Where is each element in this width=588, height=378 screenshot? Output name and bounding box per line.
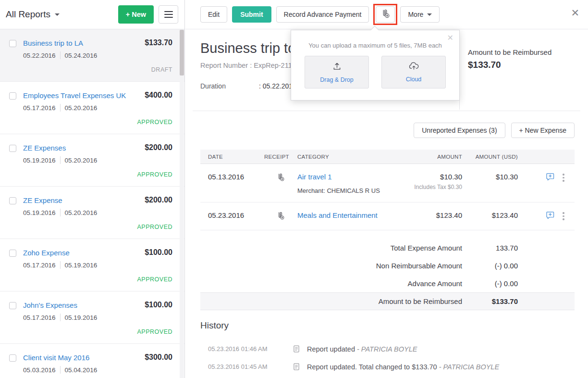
report-list-item[interactable]: ZE Expense $200.00 05.19.201605.20.2016 …: [0, 187, 184, 239]
report-name-link[interactable]: ZE Expenses: [23, 144, 66, 152]
reports-sidebar: All Reports + New Business trip to LA $1…: [0, 0, 185, 378]
total-row: Advance Amount (-) 0.00: [200, 275, 575, 292]
report-list-item[interactable]: ZE Expenses $200.00 05.19.201605.20.2016…: [0, 134, 184, 187]
more-button[interactable]: More: [400, 6, 440, 23]
upload-icon: [332, 62, 342, 73]
paperclip-add-icon: [380, 9, 390, 20]
report-list-item[interactable]: Zoho Expense $100.00 05.17.201605.19.201…: [0, 239, 184, 291]
report-amount: $400.00: [145, 91, 172, 100]
history-heading: History: [200, 320, 575, 331]
record-advance-payment-button[interactable]: Record Advance Payment: [276, 6, 369, 23]
report-dates: 05.17.201605.20.2016: [23, 104, 97, 112]
status-badge: APPROVED: [137, 276, 172, 283]
expense-category-link[interactable]: Meals and Entertainment: [297, 211, 389, 219]
expense-amount: $10.30: [389, 173, 462, 181]
report-checkbox[interactable]: [9, 92, 16, 100]
popup-close-icon[interactable]: ✕: [447, 33, 453, 42]
expense-amount: $123.40: [389, 211, 462, 219]
chevron-down-icon: [55, 13, 60, 16]
report-detail-panel: Edit Submit Record Advance Payment More: [185, 0, 588, 378]
close-detail-icon[interactable]: ✕: [571, 8, 579, 18]
row-options-icon[interactable]: [563, 173, 564, 182]
report-toolbar: Edit Submit Record Advance Payment More: [185, 0, 588, 29]
status-badge: APPROVED: [137, 224, 172, 230]
report-checkbox[interactable]: [9, 354, 16, 362]
report-checkbox[interactable]: [9, 145, 16, 152]
sidebar-scrollbar-thumb[interactable]: [180, 30, 184, 76]
receipt-attachment-icon[interactable]: [276, 211, 285, 220]
new-expense-button[interactable]: + New Expense: [511, 123, 575, 138]
document-icon: [294, 363, 307, 370]
status-badge: APPROVED: [137, 328, 172, 335]
total-row-reimburse: Amount to be Reimbursed $133.70: [200, 292, 575, 310]
history-entry: 05.23.2016 01:46 AM Report updated - PAT…: [200, 340, 575, 358]
reimburse-summary: Amount to be Reimbursed $133.70: [468, 48, 551, 70]
add-comment-icon[interactable]: [546, 211, 555, 220]
edit-button[interactable]: Edit: [200, 6, 227, 23]
report-name-link[interactable]: Client visit May 2016: [23, 353, 89, 362]
add-comment-icon[interactable]: [546, 173, 555, 182]
report-dates: 05.17.201605.19.2016: [23, 314, 97, 321]
history-entry: [200, 376, 575, 378]
receipt-attachment-icon[interactable]: [276, 173, 285, 182]
chevron-down-icon: [427, 13, 432, 16]
report-checkbox[interactable]: [9, 302, 16, 309]
reports-filter-label: All Reports: [6, 9, 50, 20]
row-options-icon[interactable]: [563, 211, 564, 220]
report-list-item[interactable]: Employees Travel Expenses UK $400.00 05.…: [0, 82, 184, 134]
report-amount: $100.00: [145, 301, 172, 309]
expense-actions: Unreported Expenses (3) + New Expense: [414, 123, 575, 138]
history-section: History 05.23.2016 01:46 AM Report updat…: [200, 320, 575, 378]
report-dates: 05.03.201605.04.2016: [23, 366, 97, 374]
drag-drop-upload-target[interactable]: Drag & Drop: [305, 56, 369, 88]
new-report-button[interactable]: + New: [118, 5, 154, 24]
report-amount: $200.00: [145, 196, 172, 204]
report-list-item[interactable]: Client visit May 2016 $300.00 05.03.2016…: [0, 344, 184, 378]
document-icon: [294, 345, 307, 353]
report-name-link[interactable]: ZE Expense: [23, 196, 62, 204]
attach-receipt-button[interactable]: [376, 6, 395, 23]
cloud-upload-icon: [408, 62, 419, 72]
expense-table: DATE RECEIPT CATEGORY AMOUNT AMOUNT (USD…: [200, 150, 575, 230]
expense-row[interactable]: 05.13.2016 Air travel 1 Merchant: CHEMIC…: [200, 164, 575, 202]
report-name-link[interactable]: Business trip to LA: [23, 39, 83, 47]
report-dates: 05.17.201605.19.2016: [23, 261, 97, 269]
report-dates: 05.22.201605.24.2016: [23, 51, 97, 59]
report-dates: 05.19.201605.20.2016: [23, 209, 97, 216]
sidebar-scrollbar: [180, 30, 184, 378]
report-name-link[interactable]: Employees Travel Expenses UK: [23, 91, 126, 100]
report-list-item[interactable]: John's Expenses $100.00 05.17.201605.19.…: [0, 291, 184, 344]
reimburse-amount: $133.70: [468, 60, 551, 70]
report-checkbox[interactable]: [9, 40, 16, 47]
report-name-link[interactable]: Zoho Expense: [23, 249, 70, 257]
app-root: All Reports + New Business trip to LA $1…: [0, 0, 588, 378]
report-checkbox[interactable]: [9, 197, 16, 204]
report-checkbox[interactable]: [9, 250, 16, 257]
unreported-expenses-button[interactable]: Unreported Expenses (3): [414, 123, 505, 138]
report-amount: $300.00: [145, 353, 172, 362]
expense-category-link[interactable]: Air travel 1: [297, 173, 389, 181]
expense-amount-usd: $10.30: [468, 173, 518, 181]
history-actor: - PATRICIA BOYLE: [357, 345, 417, 353]
report-amount: $100.00: [145, 248, 172, 257]
expense-merchant: Merchant: CHEMICALS R US: [297, 187, 389, 194]
upload-limit-note: You can upload a maximum of 5 files, 7MB…: [291, 42, 459, 49]
expense-table-header: DATE RECEIPT CATEGORY AMOUNT AMOUNT (USD…: [200, 150, 575, 164]
submit-button[interactable]: Submit: [232, 6, 271, 23]
cloud-upload-button[interactable]: Cloud: [381, 56, 446, 88]
history-actor: - PATRICIA BOYLE: [439, 363, 499, 371]
expense-row[interactable]: 05.23.2016 Meals and Entertainment $123.…: [200, 202, 575, 230]
report-dates: 05.19.201605.20.2016: [23, 156, 97, 164]
report-name-link[interactable]: John's Expenses: [23, 301, 77, 309]
section-divider: [193, 111, 580, 111]
status-badge: APPROVED: [137, 171, 172, 178]
expense-amount-usd: $123.40: [468, 211, 518, 219]
report-amount: $200.00: [145, 143, 172, 152]
status-badge: DRAFT: [151, 66, 172, 73]
report-list-item[interactable]: Business trip to LA $133.70 05.22.201605…: [0, 29, 184, 82]
total-row: Non Reimbursable Amount (-) 0.00: [200, 257, 575, 275]
list-view-menu-button[interactable]: [159, 5, 178, 24]
reports-filter-dropdown[interactable]: All Reports: [6, 9, 60, 20]
status-badge: APPROVED: [137, 119, 172, 126]
report-totals: Total Expense Amount 133.70 Non Reimburs…: [200, 239, 575, 310]
